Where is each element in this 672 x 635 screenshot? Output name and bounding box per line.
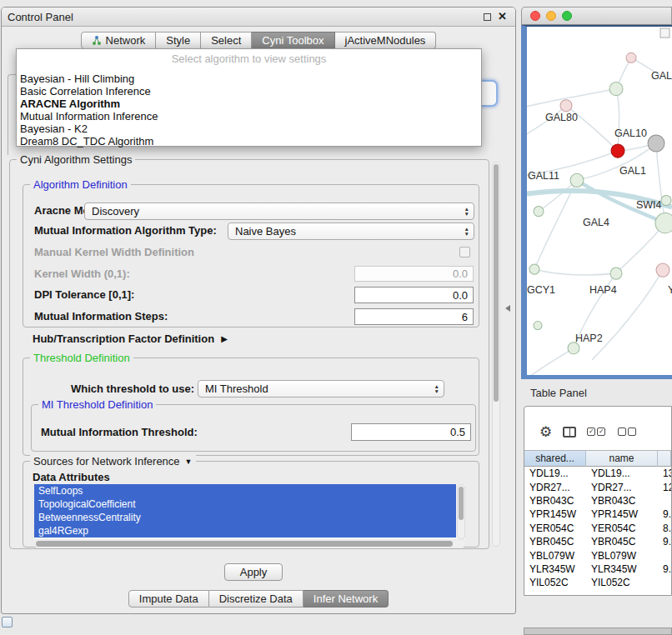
node-label: GAL4 [583,217,609,228]
network-node[interactable] [661,195,671,205]
network-node[interactable] [626,52,636,62]
table-row[interactable]: YIL052CYIL052C [524,576,671,589]
gear-icon[interactable]: ⚙ [539,423,552,441]
settings-group-legend: Cyni Algorithm Settings [17,153,135,166]
network-node[interactable] [534,322,542,330]
settings-scrollbar[interactable] [492,162,500,547]
network-node-labels: GAL GAL80 GAL10 GAL11 GAL1 SWI4 GAL4 GCY… [527,70,672,343]
mi-type-combobox[interactable]: Naive Bayes ▲▼ [228,222,474,240]
table-body: YDL19...YDL19...13 YDR27...YDR27...12 YB… [524,467,671,590]
close-button[interactable] [530,11,540,21]
bottom-status-bar [524,628,672,635]
table-header: shared... name [524,450,671,467]
kernel-width-field[interactable]: 0.0 [354,266,474,282]
mi-steps-field[interactable]: 6 [354,308,474,325]
table-row[interactable]: YLR345WYLR345W9. [524,562,671,576]
apply-button[interactable]: Apply [224,563,283,581]
attribute-item-selected[interactable]: SelfLoops [34,484,456,498]
bottom-tab-bar: Impute Data Discretize Data Infer Networ… [2,590,515,608]
table-row[interactable]: YBR045CYBR045C9. [524,535,671,548]
scroll-gripper[interactable] [660,28,669,38]
select-all-rows-icon[interactable]: ✓✓ [587,428,607,436]
manual-kernel-label: Manual Kernel Width Definition [34,246,194,259]
attribute-item-selected[interactable]: TopologicalCoefficient [34,498,456,511]
network-node[interactable] [529,264,539,274]
algorithm-option-selected[interactable]: ARACNE Algorithm [17,98,481,110]
field-value: 0.0 [453,289,468,302]
combobox-arrows-icon: ▲▼ [464,207,474,216]
attribute-item-selected[interactable]: BetweennessCentrality [34,511,456,524]
columns-icon[interactable] [563,427,576,438]
network-canvas[interactable]: GAL GAL80 GAL10 GAL11 GAL1 SWI4 GAL4 GCY… [521,25,672,379]
table-row[interactable]: YPR145WYPR145W9. [524,508,671,521]
minimize-button[interactable] [546,11,556,21]
table-panel-title: Table Panel [530,387,587,399]
algorithm-option[interactable]: Mutual Information Inference [17,110,481,122]
table-row[interactable]: YER054CYER054C8. [524,522,671,535]
network-node-red[interactable] [611,144,624,158]
tab-infer-network[interactable]: Infer Network [303,590,389,608]
table-row[interactable]: YDL19...YDL19...13 [524,467,671,480]
tab-discretize-data[interactable]: Discretize Data [209,590,303,608]
tab-impute-data[interactable]: Impute Data [128,590,209,608]
attribute-list-hscrollbar[interactable] [34,541,465,548]
manual-kernel-checkbox[interactable] [459,247,470,258]
tab-select[interactable]: Select [201,32,252,49]
attribute-item-selected[interactable]: gal4RGexp [34,524,456,538]
float-window-icon[interactable] [484,13,491,21]
field-value: 0.0 [453,268,468,280]
aracne-mode-combobox[interactable]: Discovery ▲▼ [84,202,474,220]
column-header-shared-name[interactable]: shared... [524,450,586,467]
mi-threshold-label: Mutual Information Threshold: [41,426,198,439]
threshold-definition-legend: Threshold Definition [30,352,133,364]
network-node[interactable] [570,173,584,187]
control-panel-titlebar[interactable]: Control Panel ✕ [2,8,515,27]
mi-steps-label: Mutual Information Steps: [34,310,168,323]
network-node[interactable] [656,263,669,277]
top-tab-bar: Network Style Select Cyni Toolbox jActiv… [2,32,515,49]
tab-label: Infer Network [313,592,378,605]
algorithm-option[interactable]: Bayesian - K2 [17,122,481,135]
close-icon[interactable]: ✕ [498,12,507,22]
sources-legend[interactable]: Sources for Network Inference ▼ [30,455,196,468]
algorithm-option[interactable]: Dream8 DC_TDC Algorithm [17,135,481,148]
table-row[interactable]: YBL079WYBL079W [524,548,671,562]
network-node[interactable] [610,268,622,279]
column-header-partial[interactable] [658,450,671,467]
minimized-panel-icon[interactable] [2,617,13,628]
hub-tf-definition-section[interactable]: Hub/Transcription Factor Definition ▶ [33,332,228,345]
column-header-name[interactable]: name [586,450,658,467]
which-threshold-combobox[interactable]: MI Threshold ▲▼ [198,380,444,398]
network-window-titlebar[interactable] [521,7,672,25]
field-value: 6 [462,311,468,323]
dpi-tolerance-field[interactable]: 0.0 [354,287,474,303]
zoom-button[interactable] [562,11,572,21]
network-node[interactable] [560,100,572,112]
combobox-value: MI Threshold [205,382,268,395]
tab-jactivemodules[interactable]: jActiveMNodules [335,32,437,49]
algorithm-option[interactable]: Bayesian - Hill Climbing [17,72,481,85]
table-row[interactable]: YBR043CYBR043C [524,494,671,508]
tab-network[interactable]: Network [81,32,157,49]
dpi-tolerance-label: DPI Tolerance [0,1]: [34,288,134,302]
table-toolbar: ⚙ ✓✓ [524,407,671,450]
unchecked-box-icon [628,428,636,436]
network-node[interactable] [655,213,672,233]
tab-cyni-toolbox[interactable]: Cyni Toolbox [252,32,334,49]
panel-splitter-arrow[interactable] [505,305,510,312]
algorithm-option[interactable]: Basic Correlation Inference [17,85,481,98]
network-node[interactable] [609,82,623,95]
tab-style[interactable]: Style [156,32,201,49]
table-row[interactable]: YDR27...YDR27...12 [524,480,671,493]
attribute-list-vscrollbar[interactable] [457,484,465,539]
checked-box-icon: ✓ [587,428,595,436]
network-node[interactable] [568,342,579,354]
network-node-gray[interactable] [648,135,664,152]
deselect-all-rows-icon[interactable] [618,428,638,436]
collapse-arrow-icon[interactable]: ▼ [185,458,193,466]
mi-threshold-field[interactable]: 0.5 [351,423,471,441]
attribute-list[interactable]: SelfLoops TopologicalCoefficient Between… [34,484,465,539]
expand-arrow-icon[interactable]: ▶ [221,334,228,343]
scrollbar-thumb[interactable] [494,164,499,402]
network-node[interactable] [534,207,544,217]
